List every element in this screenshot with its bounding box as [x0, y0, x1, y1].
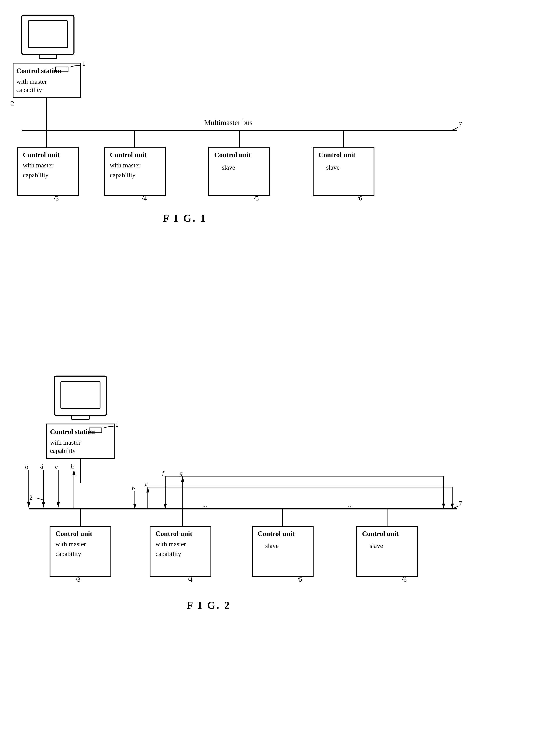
svg-text:Control unit: Control unit: [214, 151, 251, 159]
svg-text:with master: with master: [50, 439, 81, 446]
svg-text:Control unit: Control unit: [362, 530, 399, 538]
svg-text:e: e: [55, 463, 58, 470]
svg-rect-39: [72, 416, 89, 420]
fig2-area: Control station with master capability 1…: [0, 370, 556, 756]
svg-text:7: 7: [459, 500, 462, 507]
svg-marker-57: [72, 470, 75, 475]
svg-text:Control station: Control station: [16, 67, 61, 75]
svg-text:capability: capability: [110, 171, 136, 179]
svg-rect-38: [61, 382, 100, 409]
svg-marker-74: [181, 476, 184, 481]
svg-marker-71: [164, 504, 167, 509]
svg-text:slave: slave: [265, 542, 279, 549]
svg-text:slave: slave: [370, 542, 383, 549]
svg-text:Control unit: Control unit: [318, 151, 355, 159]
fig2-svg: Control station with master capability 1…: [0, 370, 556, 756]
svg-marker-54: [57, 502, 60, 508]
svg-text:with master: with master: [56, 540, 86, 547]
svg-text:...: ...: [202, 501, 207, 508]
svg-text:4: 4: [143, 194, 147, 202]
svg-text:Control unit: Control unit: [258, 530, 294, 538]
svg-text:Control unit: Control unit: [56, 530, 93, 538]
svg-text:with master: with master: [16, 78, 47, 85]
svg-text:c: c: [145, 480, 148, 487]
svg-text:3: 3: [56, 194, 59, 202]
svg-marker-68: [146, 487, 149, 493]
svg-text:b: b: [132, 485, 135, 492]
svg-text:capability: capability: [23, 171, 48, 179]
svg-text:F I G. 2: F I G. 2: [186, 600, 231, 611]
svg-text:with master: with master: [155, 540, 186, 547]
svg-text:Control unit: Control unit: [155, 530, 193, 538]
svg-text:capability: capability: [50, 447, 76, 454]
svg-text:Control station: Control station: [50, 428, 95, 435]
svg-text:capability: capability: [56, 550, 81, 557]
svg-text:F I G. 1: F I G. 1: [163, 212, 207, 224]
svg-text:capability: capability: [16, 86, 42, 93]
svg-text:h: h: [71, 463, 74, 470]
svg-text:Control unit: Control unit: [23, 151, 60, 159]
svg-text:...: ...: [348, 501, 353, 508]
svg-text:7: 7: [459, 120, 462, 128]
svg-text:slave: slave: [222, 164, 235, 171]
svg-text:Multimaster bus: Multimaster bus: [204, 118, 252, 127]
svg-text:6: 6: [359, 194, 362, 202]
svg-text:1: 1: [115, 421, 118, 428]
svg-text:d: d: [40, 463, 43, 470]
svg-text:a: a: [25, 463, 28, 470]
svg-text:slave: slave: [326, 164, 340, 171]
fig1-svg: Control station with master capability 1…: [0, 9, 556, 378]
svg-text:capability: capability: [155, 550, 181, 557]
svg-text:1: 1: [82, 60, 85, 67]
svg-marker-63: [442, 504, 445, 509]
fig1-area: Control station with master capability 1…: [0, 0, 556, 370]
svg-text:with master: with master: [110, 161, 140, 169]
svg-rect-2: [39, 55, 57, 59]
svg-text:f: f: [162, 470, 165, 476]
svg-text:with master: with master: [23, 161, 54, 169]
svg-text:2: 2: [11, 100, 14, 107]
svg-marker-51: [42, 502, 45, 508]
diagram-container: Control station with master capability 1…: [0, 0, 556, 756]
svg-text:g: g: [180, 470, 183, 476]
svg-text:2: 2: [29, 494, 33, 501]
svg-rect-1: [28, 21, 67, 48]
svg-text:Control unit: Control unit: [110, 151, 147, 159]
svg-marker-48: [27, 502, 30, 508]
svg-marker-65: [133, 504, 136, 509]
